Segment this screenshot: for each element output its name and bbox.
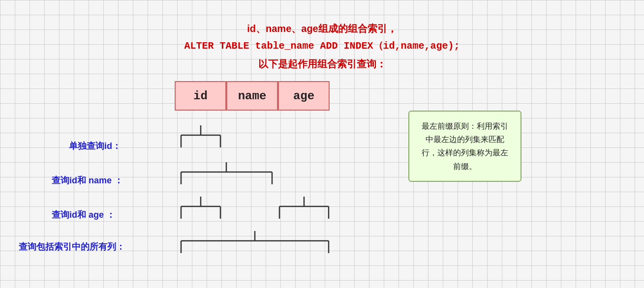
info-box: 最左前缀原则：利用索引中最左边的列集来匹配行，这样的列集称为最左前缀。 — [408, 111, 521, 182]
bracket-id — [181, 125, 220, 147]
main-container: id、name、age组成的组合索引， ALTER TABLE table_na… — [0, 0, 644, 288]
brackets-svg — [0, 0, 394, 288]
bracket-all — [181, 231, 329, 253]
bracket-id-name — [181, 162, 272, 184]
info-box-text: 最左前缀原则：利用索引中最左边的列集来匹配行，这样的列集称为最左前缀。 — [422, 122, 508, 171]
bracket-age-3 — [279, 197, 329, 219]
bracket-id-3 — [181, 197, 220, 219]
